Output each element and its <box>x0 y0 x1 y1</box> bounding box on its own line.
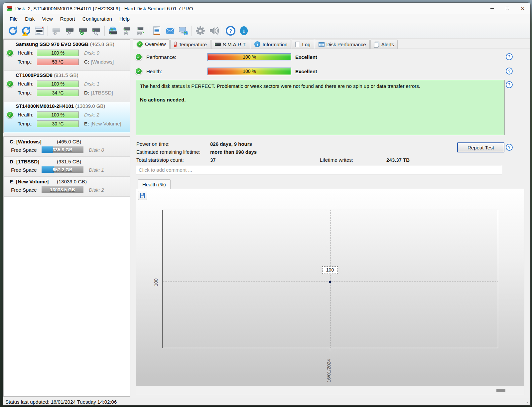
tab-disk-performance[interactable]: Disk Performance <box>315 40 370 49</box>
maximize-button[interactable] <box>500 3 515 14</box>
tab-information[interactable]: Information <box>251 40 291 49</box>
disk-surface-test-icon <box>91 26 101 36</box>
notepad-report-icon <box>152 26 162 36</box>
toolbar-send-mail-button[interactable] <box>163 24 177 38</box>
minimize-button[interactable] <box>484 3 500 14</box>
health-meter: 100 % <box>207 68 291 75</box>
partition-entry-0[interactable]: C: [Windows](465.0 GB) Free Space 335.8 … <box>4 137 130 157</box>
free-space-label: Free Space <box>11 187 42 193</box>
health-label: Health: <box>18 112 37 117</box>
performance-label: Performance: <box>146 54 200 60</box>
resize-grip[interactable] <box>525 400 529 404</box>
performance-meter: 100 % <box>207 53 291 61</box>
partition-size: (13039.0 GB) <box>57 179 87 184</box>
toolbar-separator <box>192 26 192 36</box>
toolbar-network-disk-button[interactable] <box>106 24 120 38</box>
titlebar: Disk: 2, ST14000NM0018-2H4101 [ZHZ2S3L9]… <box>3 3 530 14</box>
svg-text:?: ? <box>54 32 56 35</box>
x-axis-tick-label: 16/01/2024 <box>326 352 333 382</box>
toolbar-report-button[interactable] <box>33 24 46 38</box>
remaining-lifetime-label: Estimated remaining lifetime: <box>136 149 210 155</box>
disk-icon <box>215 43 221 46</box>
partition-entry-2[interactable]: E: [New Volume](13039.0 GB) Free Space 1… <box>4 177 130 197</box>
toolbar-disk-remove-button[interactable] <box>120 24 133 38</box>
tab-smart[interactable]: S.M.A.R.T. <box>211 40 250 49</box>
content-area: Samsung SSD 970 EVO 500GB (465.8 GB) Hea… <box>3 39 530 398</box>
toolbar-refresh-button[interactable] <box>6 24 19 38</box>
help-icon[interactable]: ? <box>506 144 513 151</box>
svg-text:i: i <box>243 28 245 34</box>
tab-log[interactable]: Log <box>292 40 314 49</box>
sidebar: Samsung SSD 970 EVO 500GB (465.8 GB) Hea… <box>3 39 130 398</box>
disk-name: CT1000P2SSD8 <box>16 72 53 78</box>
toolbar-network-status-button[interactable] <box>177 24 190 38</box>
maximize-icon <box>506 7 509 10</box>
chart-scrollbar-thumb[interactable] <box>496 389 505 392</box>
partition-list: C: [Windows](465.0 GB) Free Space 335.8 … <box>3 136 130 397</box>
temp-bar: 34 °C <box>37 90 79 96</box>
chart-icon <box>319 42 325 47</box>
status-action-text: No actions needed. <box>140 97 500 102</box>
check-circle-icon <box>137 41 143 47</box>
tab-label: Alerts <box>381 42 394 47</box>
toolbar-information-button[interactable]: i <box>237 24 250 38</box>
comment-input[interactable] <box>136 165 502 174</box>
disk-schedule-icon <box>65 26 75 36</box>
health-ok-icon <box>6 80 14 88</box>
toolbar-disk-test-button[interactable] <box>76 24 89 38</box>
health-label: Health: <box>18 81 37 87</box>
free-space-value: 335.8 GB <box>42 146 83 153</box>
menu-report[interactable]: Report <box>57 15 79 23</box>
status-ok-icon <box>135 68 142 75</box>
toolbar-disk-surface-test-button[interactable] <box>89 24 103 38</box>
tab-label: Log <box>302 42 310 47</box>
lifetime-writes-label: Lifetime writes: <box>320 157 386 163</box>
documents-icon <box>374 42 379 47</box>
information-icon: i <box>239 26 249 36</box>
status-ok-icon <box>135 53 142 61</box>
volume-name: [1TBSSD] <box>91 90 113 96</box>
toolbar-refresh-warning-button[interactable] <box>19 24 33 38</box>
info-circle-icon <box>254 41 260 47</box>
temp-label: Temp.: <box>18 90 37 96</box>
disk-number: Disk: 2 <box>80 112 130 117</box>
toolbar-disk-unavailable-button[interactable]: ? <box>50 24 63 38</box>
free-space-label: Free Space <box>11 167 42 173</box>
menu-disk[interactable]: Disk <box>21 15 38 23</box>
partition-size: (931.5 GB) <box>57 159 81 164</box>
tab-health-percent[interactable]: Health (%) <box>138 179 171 189</box>
help-icon[interactable]: ? <box>506 68 513 75</box>
toolbar-notepad-report-button[interactable] <box>150 24 163 38</box>
disk-entry-0[interactable]: Samsung SSD 970 EVO 500GB (465.8 GB) Hea… <box>4 40 130 71</box>
disk-entry-1[interactable]: CT1000P2SSD8 (931.5 GB) Health: 100 % Di… <box>4 71 130 102</box>
help-icon: ? <box>225 26 236 36</box>
menu-configuration[interactable]: Configuration <box>79 15 116 23</box>
menu-view[interactable]: View <box>38 15 56 23</box>
repeat-test-button[interactable]: Repeat Test <box>457 142 504 152</box>
disk-number: Disk: 0 <box>80 50 130 56</box>
menu-file[interactable]: File <box>6 15 21 23</box>
help-icon[interactable]: ? <box>506 81 513 88</box>
toolbar-disk-add-button[interactable] <box>133 24 146 38</box>
tab-overview[interactable]: Overview <box>133 39 170 49</box>
menu-help[interactable]: Help <box>116 15 133 23</box>
status-last-updated: Status last updated: 16/01/2024 Tuesday … <box>5 399 117 405</box>
disk-entry-2-selected[interactable]: ST14000NM0018-2H4101 (13039.0 GB) Health… <box>4 102 130 132</box>
toolbar-separator <box>148 26 148 36</box>
help-icon[interactable]: ? <box>506 53 513 60</box>
free-space-value: 13038.5 GB <box>42 186 83 193</box>
toolbar-settings-button[interactable] <box>194 24 207 38</box>
toolbar-sounds-button[interactable] <box>207 24 220 38</box>
tab-temperature[interactable]: Temperature <box>170 40 210 49</box>
free-space-label: Free Space <box>11 147 42 153</box>
report-window-icon <box>34 26 45 36</box>
disk-number: Disk: 1 <box>85 167 130 173</box>
tab-alerts[interactable]: Alerts <box>370 40 398 49</box>
power-on-value: 826 days, 9 hours <box>210 141 320 147</box>
toolbar-help-button[interactable]: ? <box>224 24 237 38</box>
partition-entry-1[interactable]: D: [1TBSSD](931.5 GB) Free Space 657.2 G… <box>4 157 130 177</box>
save-chart-button[interactable] <box>138 191 147 200</box>
toolbar-disk-schedule-button[interactable] <box>63 24 76 38</box>
disk-ok-icon <box>78 26 88 36</box>
close-button[interactable]: × <box>515 3 530 14</box>
